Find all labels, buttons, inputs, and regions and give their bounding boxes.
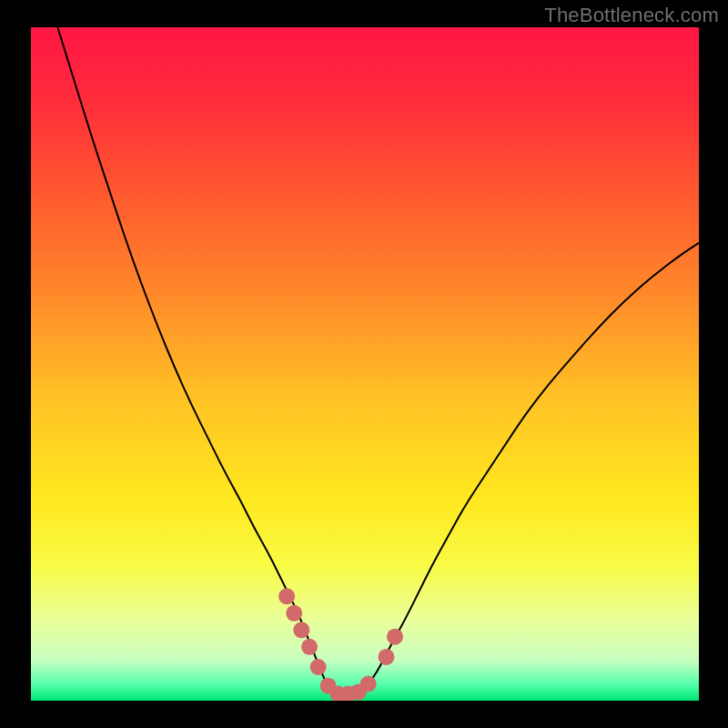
highlight-marker — [293, 622, 309, 638]
chart-svg — [31, 27, 699, 701]
highlight-marker — [310, 659, 327, 675]
highlight-marker — [286, 605, 302, 622]
highlight-marker — [387, 629, 403, 645]
highlight-marker — [360, 676, 377, 693]
highlight-marker — [278, 588, 295, 604]
watermark-text: TheBottleneck.com — [544, 4, 719, 27]
highlight-marker — [301, 639, 318, 655]
chart-plot-area — [31, 27, 699, 701]
chart-frame: TheBottleneck.com — [0, 0, 728, 728]
chart-background — [31, 27, 699, 701]
highlight-marker — [378, 649, 394, 665]
